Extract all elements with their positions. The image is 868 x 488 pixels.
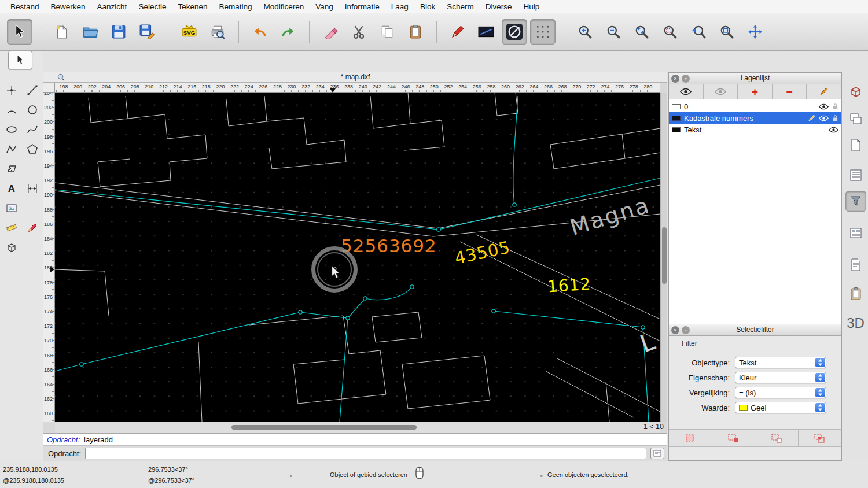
- command-options-button[interactable]: [650, 448, 664, 459]
- selection-arrow-button[interactable]: [7, 19, 32, 45]
- image-tool-button[interactable]: [2, 199, 21, 217]
- eigenschap-dropdown[interactable]: Kleur: [735, 372, 826, 383]
- zoom-window-button[interactable]: [714, 19, 740, 45]
- layer-edit-pen-icon[interactable]: [808, 114, 815, 122]
- menu-vang[interactable]: Vang: [310, 0, 339, 13]
- undo-button[interactable]: [247, 19, 273, 45]
- subtract-matching-button[interactable]: [755, 430, 799, 446]
- remove-layer-button[interactable]: −: [773, 84, 807, 99]
- add-layer-button[interactable]: +: [738, 84, 773, 99]
- dock-filter-panel-button[interactable]: ▫: [682, 326, 690, 334]
- property-editor-button[interactable]: [845, 165, 866, 186]
- new-file-button[interactable]: [49, 19, 75, 45]
- menu-informatie[interactable]: Informatie: [339, 0, 385, 13]
- layer-visible-icon[interactable]: [819, 103, 829, 110]
- horizontal-scrollbar-thumb[interactable]: [231, 425, 417, 430]
- command-reference-button[interactable]: [845, 254, 866, 275]
- open-file-button[interactable]: [78, 19, 103, 45]
- arc-tool-button[interactable]: [2, 101, 21, 119]
- save-button[interactable]: [106, 19, 131, 45]
- horizontal-scrollbar[interactable]: [55, 422, 660, 433]
- vergelijking-dropdown[interactable]: = (is): [735, 387, 826, 398]
- layer-visible-icon[interactable]: [829, 127, 838, 133]
- copy-button[interactable]: [374, 19, 400, 45]
- vertical-scrollbar-thumb[interactable]: [662, 227, 667, 284]
- new-view-button[interactable]: [845, 135, 866, 156]
- menu-bemating[interactable]: Bemating: [213, 0, 258, 13]
- command-history-line: Opdracht:layeradd: [43, 433, 667, 446]
- drawing-canvas[interactable]: 52563692 43505 1612 Magna L: [55, 93, 660, 422]
- zoom-previous-button[interactable]: [686, 19, 711, 45]
- close-layer-panel-button[interactable]: ×: [671, 75, 679, 83]
- attributes-button[interactable]: [473, 19, 499, 45]
- layer-list-panel-button[interactable]: [845, 223, 866, 243]
- waarde-dropdown[interactable]: Geel: [735, 402, 826, 413]
- edit-layer-button[interactable]: [807, 84, 841, 99]
- menu-scherm[interactable]: Scherm: [441, 0, 480, 13]
- clipboard-panel-button[interactable]: [845, 283, 866, 304]
- spline-tool-button[interactable]: [23, 120, 42, 139]
- zoom-out-button[interactable]: [601, 19, 626, 45]
- measure-tool-button[interactable]: [2, 219, 21, 237]
- circle-tool-button[interactable]: [23, 101, 42, 119]
- grid-toggle-button[interactable]: [530, 19, 556, 45]
- layer-visible-icon[interactable]: [819, 115, 829, 121]
- layer-row[interactable]: 0: [669, 101, 841, 112]
- text-tool-button[interactable]: A: [2, 179, 21, 198]
- zoom-in-button[interactable]: [572, 19, 598, 45]
- pan-button[interactable]: [742, 19, 768, 45]
- parcel-number-label[interactable]: 1612: [547, 274, 591, 296]
- dock-layer-panel-button[interactable]: ▫: [682, 75, 690, 83]
- svg-export-button[interactable]: SVG: [176, 19, 202, 45]
- menu-modificeren[interactable]: Modificeren: [258, 0, 310, 13]
- save-as-button[interactable]: [134, 19, 160, 45]
- select-matching-button[interactable]: [669, 430, 712, 446]
- line-tool-button[interactable]: [23, 81, 42, 99]
- cut-button[interactable]: [346, 19, 372, 45]
- zoom-selection-button[interactable]: [657, 19, 683, 45]
- hatch-tool-button[interactable]: [2, 160, 21, 178]
- layer-row-selected[interactable]: Kadastrale nummers: [669, 112, 841, 124]
- menu-bestand[interactable]: Bestand: [5, 0, 45, 13]
- pointer-tool-button[interactable]: [8, 51, 32, 69]
- ellipse-tool-button[interactable]: [2, 120, 21, 139]
- menu-selectie[interactable]: Selectie: [133, 0, 172, 13]
- cascade-windows-button[interactable]: [845, 109, 866, 130]
- menu-hulp[interactable]: Hulp: [517, 0, 545, 13]
- print-preview-button[interactable]: [205, 19, 230, 45]
- library-browser-button[interactable]: [845, 81, 866, 102]
- menu-blok[interactable]: Blok: [414, 0, 441, 13]
- menu-diverse[interactable]: Diverse: [480, 0, 518, 13]
- polyline-tool-button[interactable]: [2, 140, 21, 158]
- polygon-tool-button[interactable]: [23, 140, 42, 158]
- menu-tekenen[interactable]: Tekenen: [172, 0, 213, 13]
- command-input[interactable]: [85, 448, 646, 459]
- parcel-number-label[interactable]: 52563692: [341, 235, 437, 256]
- modify-tool-button[interactable]: [23, 219, 42, 237]
- layer-show-all-button[interactable]: [669, 84, 704, 99]
- 3d-mode-label[interactable]: 3D: [843, 315, 868, 331]
- point-tool-button[interactable]: [2, 81, 21, 99]
- close-filter-panel-button[interactable]: ×: [671, 326, 679, 334]
- layer-row[interactable]: Tekst: [669, 124, 841, 135]
- solid-tool-button[interactable]: [2, 238, 21, 257]
- redo-button[interactable]: [275, 19, 301, 45]
- menu-laag[interactable]: Laag: [385, 0, 414, 13]
- layer-lock-icon[interactable]: [832, 114, 838, 122]
- objecttype-dropdown[interactable]: Tekst: [735, 357, 826, 368]
- menu-aanzicht[interactable]: Aanzicht: [91, 0, 133, 13]
- layer-lock-icon[interactable]: [832, 103, 838, 110]
- circle-slash-button[interactable]: [502, 19, 527, 45]
- add-matching-button[interactable]: [712, 430, 756, 446]
- draw-pen-button[interactable]: [445, 19, 470, 45]
- zoom-auto-button[interactable]: [629, 19, 654, 45]
- menu-bewerken[interactable]: Bewerken: [45, 0, 91, 13]
- vertical-scrollbar[interactable]: [660, 93, 667, 422]
- selection-filter-button[interactable]: [845, 191, 866, 212]
- dimension-tool-button[interactable]: [23, 179, 42, 198]
- layer-hide-all-button[interactable]: [704, 84, 738, 99]
- remove-button[interactable]: [318, 19, 343, 45]
- zoom-previous-icon: [691, 24, 706, 39]
- paste-button[interactable]: [403, 19, 428, 45]
- intersect-matching-button[interactable]: [799, 430, 842, 446]
